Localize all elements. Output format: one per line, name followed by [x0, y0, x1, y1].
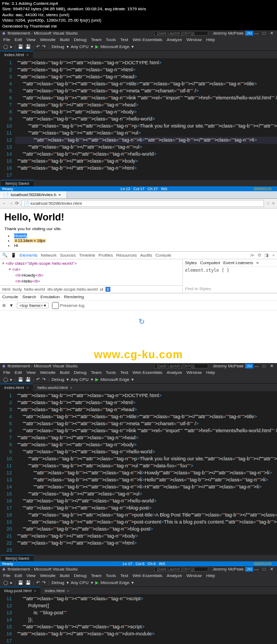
quick-launch[interactable]: Quick Launch (Ctrl+Q) [154, 364, 208, 368]
quick-launch[interactable]: Quick Launch (Ctrl+Q) [154, 567, 208, 572]
save-icon[interactable]: 💾 [18, 377, 23, 382]
dt-tab-audits[interactable]: Audits [140, 253, 152, 258]
menu-debug[interactable]: Debug [74, 37, 87, 42]
console-body[interactable]: ↻ [0, 311, 277, 343]
user-name[interactable]: Jeremy McPeak [213, 567, 243, 572]
styles-tab[interactable]: Styles [185, 260, 197, 265]
undo-icon[interactable]: ↶ [36, 44, 40, 49]
tab-close-icon[interactable]: × [26, 52, 29, 57]
tab-index-html[interactable]: index.html× [41, 587, 74, 594]
nav-fwd-icon[interactable]: ▸ [10, 377, 12, 382]
output-tab-saved[interactable]: Item(s) Saved [1, 180, 34, 186]
menu-webessentials[interactable]: Web Essentials [133, 37, 162, 42]
dt-tab-sources[interactable]: Sources [60, 253, 76, 258]
saveall-icon[interactable]: 💾 [25, 44, 31, 49]
dt-tab-elements[interactable]: Elements [19, 253, 37, 258]
code-editor[interactable]: blog-post.html× index.html× 111213141516… [0, 587, 277, 644]
dt-tab-resources[interactable]: Resources [116, 253, 137, 258]
quick-launch[interactable]: Quick Launch (Ctrl+Q) [154, 31, 208, 36]
dt-tab-profiles[interactable]: Profiles [98, 253, 113, 258]
listeners-tab[interactable]: Event Listeners [223, 260, 253, 265]
dom-tree[interactable]: ▾ <div class="style-scope hello-world"> … [0, 259, 182, 285]
computed-tab[interactable]: Computed [200, 260, 220, 265]
debug-config[interactable]: Debug [51, 44, 64, 49]
menu-icon[interactable]: ≡ [272, 201, 275, 206]
menu-build[interactable]: Build [60, 37, 70, 42]
code-editor[interactable]: index.html× 1234567891011121314151617""a… [0, 51, 277, 180]
styles-body[interactable]: element.style { } [183, 267, 277, 274]
inspect-icon[interactable]: 🔍 [2, 253, 8, 258]
user-badge[interactable]: JM [245, 364, 253, 368]
code-editor[interactable]: index.html× hello-world.html× 1234567891… [0, 384, 277, 555]
search-tab[interactable]: Search [22, 294, 36, 299]
main-menu[interactable]: FileEditViewWebsiteBuildDebugTeamToolsTe… [0, 572, 277, 579]
run-button[interactable]: ▶ [95, 44, 98, 49]
menu-website[interactable]: Website [40, 37, 56, 42]
dt-close-icon[interactable]: × [272, 253, 275, 258]
menu-team[interactable]: Team [91, 37, 102, 42]
user-badge[interactable]: JM [245, 567, 253, 572]
dt-tab-network[interactable]: Network [41, 253, 56, 258]
undo-icon[interactable]: ↶ [36, 377, 40, 382]
user-badge[interactable]: JM [245, 31, 253, 36]
menu-analyze[interactable]: Analyze [167, 37, 182, 42]
dock-icon[interactable]: ◨ [265, 253, 269, 258]
breadcrumb[interactable]: html body hello-world div.style-scope.he… [0, 285, 182, 293]
tab-blog-post[interactable]: blog-post.html× [0, 587, 41, 594]
saveall-icon[interactable]: 💾 [25, 377, 31, 382]
user-name[interactable]: Jeremy McPeak [213, 31, 243, 36]
main-menu[interactable]: FileEditViewWebsiteBuildDebugTeamToolsTe… [0, 369, 277, 376]
tab-hello-world[interactable]: hello-world.html× [33, 384, 77, 391]
maximize-icon[interactable]: □ [261, 364, 267, 368]
rendering-tab[interactable]: Rendering [64, 294, 84, 299]
menu-test[interactable]: Test [120, 37, 128, 42]
filter-icon[interactable]: ▼ [9, 303, 14, 308]
device-icon[interactable]: 📱 [11, 253, 16, 258]
run-button[interactable]: ▶ [95, 377, 98, 382]
tab-close-icon[interactable]: × [70, 385, 72, 390]
close-icon[interactable]: ✕ [268, 567, 275, 572]
console-tab[interactable]: Console [2, 294, 18, 299]
save-icon[interactable]: 💾 [18, 44, 23, 49]
drawer-icon[interactable]: ≫ [250, 253, 254, 258]
nav-back-icon[interactable]: ◯ [3, 377, 8, 382]
minimize-icon[interactable]: — [253, 364, 260, 368]
maximize-icon[interactable]: □ [261, 31, 267, 36]
browser-tab[interactable]: 📄 localhost:50286/index.h × [0, 191, 67, 198]
clear-icon[interactable]: ⊘ [2, 303, 6, 308]
menu-view[interactable]: View [27, 37, 36, 42]
back-icon[interactable]: ← [2, 201, 6, 206]
minimize-icon[interactable]: — [253, 31, 260, 36]
close-icon[interactable]: ✕ [268, 364, 275, 368]
dt-tab-console[interactable]: Console [155, 253, 171, 258]
more-icon[interactable]: » [256, 260, 259, 265]
menu-edit[interactable]: Edit [15, 37, 22, 42]
close-icon[interactable]: ✕ [268, 31, 275, 36]
tab-close-icon[interactable]: × [67, 588, 69, 593]
tab-close-icon[interactable]: × [34, 588, 36, 593]
emulation-tab[interactable]: Emulation [41, 294, 60, 299]
preserve-log-checkbox[interactable]: Preserve log [52, 302, 84, 309]
fwd-icon[interactable]: → [9, 201, 13, 206]
tab-close-icon[interactable]: × [26, 385, 29, 390]
styles-filter[interactable]: Find in Styles [182, 285, 277, 293]
dt-tab-timeline[interactable]: Timeline [79, 253, 95, 258]
menu-window[interactable]: Window [186, 37, 201, 42]
platform-config[interactable]: Any CPU [71, 44, 89, 49]
frame-select[interactable]: <top frame>▾ [17, 303, 49, 308]
bookmark-icon[interactable]: ☆ [266, 201, 270, 206]
browser-select[interactable]: Microsoft Edge [101, 44, 129, 49]
reload-icon[interactable]: ⟳ [15, 201, 19, 206]
nav-fwd-icon[interactable]: ▸ [10, 44, 12, 49]
maximize-icon[interactable]: □ [261, 567, 267, 572]
settings-icon[interactable]: ⚙ [258, 253, 261, 258]
redo-icon[interactable]: ↷ [42, 44, 46, 49]
tab-index-html[interactable]: index.html× [0, 384, 33, 391]
address-bar[interactable]: 📄 localhost:50286/index.html [21, 200, 264, 207]
user-name[interactable]: Jeremy McPeak [213, 364, 243, 368]
output-tab-saved[interactable]: Item(s) Saved [1, 555, 34, 561]
redo-icon[interactable]: ↷ [42, 377, 46, 382]
main-menu[interactable]: File Edit View Website Build Debug Team … [0, 36, 277, 43]
tab-index-html[interactable]: index.html× [0, 51, 33, 58]
menu-help[interactable]: Help [206, 37, 215, 42]
